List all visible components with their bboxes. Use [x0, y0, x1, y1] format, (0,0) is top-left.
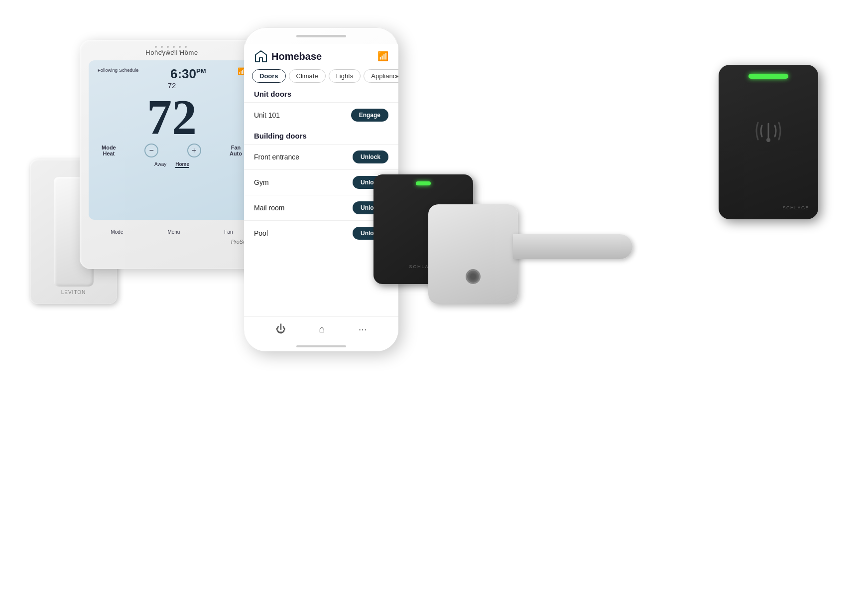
app-header: Homebase 📶	[244, 44, 398, 69]
fan-btn[interactable]: Fan	[224, 229, 233, 235]
lever-arm	[513, 234, 632, 259]
rfid-reader: SCHLAGE	[719, 65, 818, 219]
thermostat-dots	[155, 46, 189, 52]
temp-minus-button[interactable]: −	[144, 144, 158, 157]
unit-door-row: Unit 101 Engage	[244, 102, 398, 128]
app-title: Homebase	[271, 51, 322, 62]
door-lock: SCHLAGE	[359, 164, 598, 404]
switch-brand-label: LEVITON	[61, 290, 86, 295]
thermostat-screen: Following Schedule 6:30PM 📶 72 72 Mode H…	[89, 60, 255, 220]
keyhole	[466, 269, 481, 284]
lever-handle	[428, 204, 518, 304]
phone-notch	[244, 27, 398, 44]
rfid-brand-label: SCHLAGE	[782, 205, 809, 210]
thermostat: Honeywell Home Following Schedule 6:30PM…	[80, 40, 264, 269]
tab-lights[interactable]: Lights	[329, 69, 361, 83]
homebase-logo-icon	[254, 49, 268, 63]
menu-btn[interactable]: Menu	[167, 229, 180, 235]
building-doors-title: Building doors	[244, 132, 398, 144]
app-logo: Homebase	[254, 49, 322, 63]
rfid-nfc-icon	[751, 114, 786, 154]
unit-doors-section: Unit doors	[244, 90, 398, 102]
home-nav-icon[interactable]: ⌂	[319, 323, 325, 335]
mode-display: Mode Heat	[102, 145, 116, 156]
set-temp: 72	[98, 81, 246, 90]
app-wifi-icon: 📶	[377, 51, 388, 62]
tab-climate[interactable]: Climate	[289, 69, 326, 83]
app-tabs: Doors Climate Lights Appliances	[244, 69, 398, 90]
svg-point-1	[766, 138, 770, 142]
current-temp: 72	[147, 89, 197, 145]
mail-room-label: Mail room	[254, 204, 284, 212]
engage-button[interactable]: Engage	[351, 109, 388, 122]
lock-status-indicator	[416, 181, 431, 185]
power-nav-icon[interactable]: ⏻	[276, 323, 286, 335]
mode-btn[interactable]: Mode	[111, 229, 123, 235]
thermostat-time: 6:30PM	[170, 67, 206, 80]
front-entrance-label: Front entrance	[254, 153, 299, 161]
away-button[interactable]: Away	[154, 161, 166, 168]
temp-plus-button[interactable]: +	[187, 144, 201, 157]
unit-door-name: Unit 101	[254, 111, 280, 119]
pool-label: Pool	[254, 229, 268, 237]
scene: LEVITON Honeywell Home Following Schedul…	[0, 0, 868, 603]
lever-base	[428, 204, 518, 304]
rfid-status-bar	[748, 74, 788, 79]
front-entrance-unlock-button[interactable]: Unlock	[353, 151, 388, 163]
schedule-label: Following Schedule	[98, 67, 138, 73]
tab-doors[interactable]: Doors	[252, 69, 286, 83]
fan-display: Fan Auto	[230, 145, 242, 156]
tab-appliances[interactable]: Appliances	[364, 69, 398, 83]
home-button[interactable]: Home	[175, 161, 189, 168]
gym-label: Gym	[254, 178, 269, 186]
proseries-label: ProSeries	[89, 239, 255, 245]
